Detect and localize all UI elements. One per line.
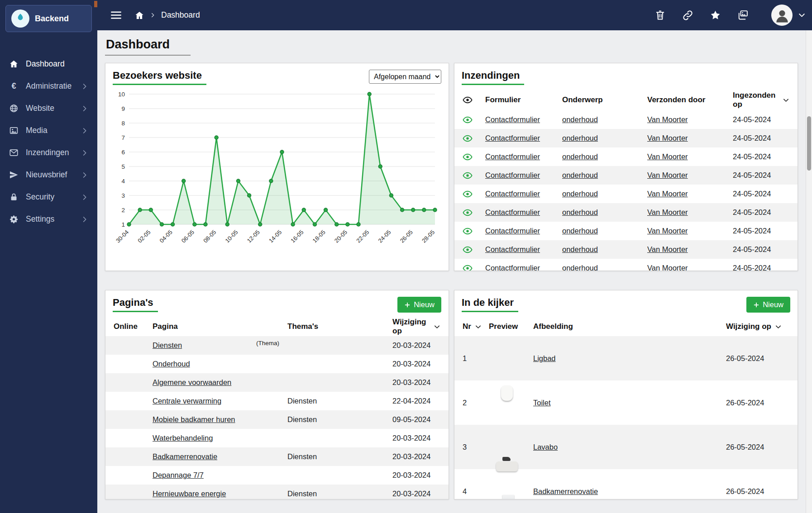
dashboard-grid: Bezoekers website Afgelopen maand 123456…	[105, 63, 804, 499]
view-eye-icon[interactable]	[463, 208, 473, 218]
column-header-verzonden-door[interactable]: Verzonden door	[647, 95, 733, 104]
view-eye-icon[interactable]	[463, 245, 473, 255]
formulier-link[interactable]: Contactformulier	[485, 208, 540, 216]
formulier-link[interactable]: Contactformulier	[485, 190, 540, 198]
breadcrumb-label[interactable]: Dashboard	[161, 10, 200, 20]
chevron-right-icon	[81, 127, 88, 134]
verzonden-door-link[interactable]: Van Moorter	[647, 171, 688, 179]
svg-text:6: 6	[121, 149, 125, 156]
page-scrollbar-thumb[interactable]	[807, 116, 811, 171]
formulier-link[interactable]: Contactformulier	[485, 115, 540, 124]
onderwerp-link[interactable]: onderhoud	[562, 115, 598, 124]
page-link[interactable]: Waterbehandeling	[153, 434, 213, 442]
afbeelding-link[interactable]: Toilet	[533, 399, 551, 407]
new-page-button[interactable]: Nieuw	[397, 297, 441, 313]
view-eye-icon[interactable]	[463, 263, 473, 271]
sidebar-item-media[interactable]: Media	[0, 119, 97, 142]
svg-text:06-05: 06-05	[180, 229, 196, 244]
page-link[interactable]: Mobiele badkamer huren	[153, 415, 235, 424]
formulier-link[interactable]: Contactformulier	[485, 264, 540, 271]
sidebar-item-administratie[interactable]: € Administratie	[0, 75, 97, 97]
page-link[interactable]: Centrale verwarming	[153, 397, 221, 405]
svg-text:9: 9	[121, 105, 125, 112]
verzonden-door-link[interactable]: Van Moorter	[647, 152, 688, 161]
brand[interactable]: Backend	[5, 5, 92, 32]
chevron-right-icon	[81, 194, 88, 201]
column-header-nr[interactable]: Nr	[463, 322, 489, 331]
column-header-preview[interactable]: Preview	[489, 322, 533, 331]
sidebar-item-inzendingen[interactable]: Inzendingen	[0, 142, 97, 164]
afbeelding-link[interactable]: Lavabo	[533, 443, 558, 451]
new-featured-button[interactable]: Nieuw	[746, 297, 790, 313]
topbar-trash-icon[interactable]	[654, 10, 666, 21]
user-menu[interactable]	[771, 5, 806, 26]
column-header-formulier[interactable]: Formulier	[485, 95, 562, 104]
column-header-themas[interactable]: Thema's	[287, 322, 392, 331]
page-scrollbar[interactable]	[806, 30, 812, 513]
period-select[interactable]: Afgelopen maand	[369, 70, 441, 84]
column-header-onderwerp[interactable]: Onderwerp	[562, 95, 647, 104]
svg-text:10-05: 10-05	[224, 229, 239, 244]
wijziging-op-date: 22-04-2024	[392, 397, 440, 405]
sidebar-item-dashboard[interactable]: Dashboard	[0, 53, 97, 75]
verzonden-door-link[interactable]: Van Moorter	[647, 245, 688, 253]
view-eye-icon[interactable]	[463, 171, 473, 180]
onderwerp-link[interactable]: onderhoud	[562, 134, 598, 142]
page-link[interactable]: Depannage 7/7	[153, 471, 204, 480]
formulier-link[interactable]: Contactformulier	[485, 227, 540, 235]
sidebar-item-website[interactable]: Website	[0, 97, 97, 119]
page-link[interactable]: Onderhoud	[153, 360, 190, 368]
column-header-ingezonden-op[interactable]: Ingezonden op	[733, 91, 789, 109]
column-header-wijziging-op[interactable]: Wijziging op	[392, 318, 440, 336]
verzonden-door-link[interactable]: Van Moorter	[647, 264, 688, 271]
verzonden-door-link[interactable]: Van Moorter	[647, 227, 688, 235]
onderwerp-link[interactable]: onderhoud	[562, 208, 598, 216]
afbeelding-link[interactable]: Ligbad	[533, 354, 556, 362]
column-header-wijziging-op[interactable]: Wijziging op	[726, 322, 789, 331]
wijziging-op-date: 20-03-2024	[392, 378, 440, 387]
topbar-images-icon[interactable]	[737, 10, 749, 21]
onderwerp-link[interactable]: onderhoud	[562, 245, 598, 253]
view-eye-icon[interactable]	[463, 226, 473, 236]
onderwerp-link[interactable]: onderhoud	[562, 264, 598, 271]
page-link[interactable]: Diensten	[153, 341, 182, 350]
column-header-online[interactable]: Online	[114, 322, 153, 331]
sidebar-item-nieuwsbrief[interactable]: Nieuwsbrief	[0, 164, 97, 186]
formulier-link[interactable]: Contactformulier	[485, 245, 540, 253]
formulier-link[interactable]: Contactformulier	[485, 152, 540, 161]
onderwerp-link[interactable]: onderhoud	[562, 171, 598, 179]
wijziging-op-date: 20-03-2024	[392, 434, 440, 442]
view-eye-icon[interactable]	[463, 115, 473, 125]
verzonden-door-link[interactable]: Van Moorter	[647, 134, 688, 142]
onderwerp-link[interactable]: onderhoud	[562, 152, 598, 161]
verzonden-door-link[interactable]: Van Moorter	[647, 208, 688, 216]
verzonden-door-link[interactable]: Van Moorter	[647, 115, 688, 124]
menu-icon[interactable]	[109, 9, 123, 22]
afbeelding-link[interactable]: Badkamerrenovatie	[533, 487, 598, 495]
column-header-afbeelding[interactable]: Afbeelding	[533, 322, 726, 331]
wijziging-op-date: 26-05-2024	[726, 399, 789, 407]
view-eye-icon[interactable]	[463, 133, 473, 143]
page-link[interactable]: Algemene voorwaarden	[153, 378, 231, 387]
topbar-link-icon[interactable]	[682, 10, 693, 21]
formulier-link[interactable]: Contactformulier	[485, 134, 540, 142]
onderwerp-link[interactable]: onderhoud	[562, 227, 598, 235]
verzonden-door-link[interactable]: Van Moorter	[647, 190, 688, 198]
sidebar-item-security[interactable]: Security	[0, 186, 97, 208]
page-link[interactable]: Hernieuwbare energie	[153, 489, 226, 498]
featured-card-title: In de kijker	[462, 297, 518, 312]
home-icon[interactable]	[134, 10, 144, 20]
view-eye-icon[interactable]	[463, 152, 473, 162]
page-link[interactable]: Badkamerrenovatie	[153, 452, 217, 461]
svg-text:08-05: 08-05	[202, 229, 217, 244]
avatar[interactable]	[771, 5, 793, 26]
chevron-down-icon	[798, 11, 806, 19]
sidebar-item-settings[interactable]: Settings	[0, 208, 97, 230]
pages-table: Online Pagina Thema's Wijziging op	[105, 317, 449, 499]
sidebar-scrollbar-thumb[interactable]	[94, 1, 97, 7]
view-eye-icon[interactable]	[463, 189, 473, 199]
formulier-link[interactable]: Contactformulier	[485, 171, 540, 179]
topbar-star-icon[interactable]	[710, 10, 721, 21]
onderwerp-link[interactable]: onderhoud	[562, 190, 598, 198]
column-header-pagina[interactable]: Pagina	[153, 322, 287, 331]
